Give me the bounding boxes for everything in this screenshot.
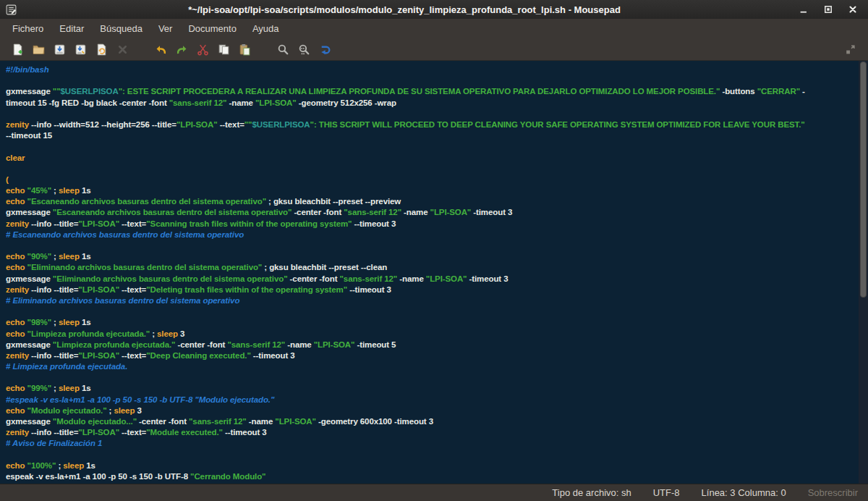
find-replace-icon[interactable] <box>294 40 315 59</box>
toolbar-separator <box>255 49 273 50</box>
code-line: zenity --info --title="LPI-SOA" --text="… <box>6 427 859 438</box>
menu-documento[interactable]: Documento <box>180 20 244 37</box>
code-line: echo "Limpieza profunda ejecutada." ; sl… <box>6 329 859 340</box>
statusbar: Tipo de archivo: sh UTF-8 Línea: 3 Colum… <box>0 484 868 501</box>
code-line <box>6 75 859 86</box>
menu-busqueda[interactable]: Búsqueda <box>92 20 150 37</box>
code-line: gxmessage "Eliminando archivos basuras d… <box>6 274 859 285</box>
code-line: # Aviso de Finalización 1 <box>6 438 859 449</box>
close-document-icon <box>112 40 133 59</box>
code-area[interactable]: #!/bin/bash gxmessage ""$USERLPISOA": ES… <box>0 61 859 484</box>
code-line <box>6 450 859 460</box>
code-line: # Escaneando archivos basuras dentro del… <box>6 230 859 240</box>
jump-to-icon[interactable] <box>315 40 336 59</box>
code-line <box>6 372 859 383</box>
toolbar-buttons <box>7 40 336 59</box>
new-document-icon[interactable] <box>7 40 28 59</box>
code-line: zenity --info --title="LPI-SOA" --text="… <box>6 219 859 230</box>
menu-fichero[interactable]: Fichero <box>4 20 51 37</box>
code-line: --timeout 15 <box>6 130 859 141</box>
save-as-icon[interactable] <box>70 40 91 59</box>
code-line: echo "Escaneando archivos basuras dentro… <box>6 196 859 207</box>
titlebar[interactable]: *~/lpi-soa/opt/lpi-soa/scripts/modulos/m… <box>0 0 868 19</box>
undo-icon[interactable] <box>150 40 171 59</box>
code-line: espeak -v es-la+m1 -a 100 -p 50 -s 150 -… <box>6 471 859 482</box>
maximize-icon[interactable] <box>816 0 841 19</box>
toolbar <box>0 38 868 61</box>
fullscreen-icon[interactable] <box>840 40 861 59</box>
open-file-icon[interactable] <box>28 40 49 59</box>
menubar: FicheroEditarBúsquedaVerDocumentoAyuda <box>0 19 868 38</box>
code-line: #!/bin/bash <box>6 64 859 75</box>
status-filetype: Tipo de archivo: sh <box>552 487 631 498</box>
code-line: clear <box>6 153 859 164</box>
code-line: echo "45%" ; sleep 1s <box>6 185 859 196</box>
code-line: gxmessage "Limpieza profunda ejecutada."… <box>6 340 859 350</box>
code-line: echo "Eliminando archivos basuras dentro… <box>6 262 859 273</box>
code-line <box>6 306 859 317</box>
redo-icon[interactable] <box>171 40 192 59</box>
code-line: gxmessage "Escaneando archivos basuras d… <box>6 207 859 218</box>
find-icon[interactable] <box>273 40 294 59</box>
scrollbar-thumb[interactable] <box>860 62 867 298</box>
mousepad-window: *~/lpi-soa/opt/lpi-soa/scripts/modulos/m… <box>0 0 868 501</box>
toolbar-separator <box>133 49 150 50</box>
code-line: timeout 15 -fg RED -bg black -center -fo… <box>6 98 859 109</box>
code-line: echo "99%" ; sleep 1s <box>6 383 859 394</box>
code-line: zenity --info --title="LPI-SOA" --text="… <box>6 285 859 295</box>
code-line <box>6 109 859 119</box>
code-line: # Eliminando archivos basuras dentro del… <box>6 295 859 306</box>
paste-icon[interactable] <box>234 40 255 59</box>
code-line: zenity --info --width=512 --height=256 -… <box>6 119 859 130</box>
code-line <box>6 141 859 152</box>
code-line: echo "90%" ; sleep 1s <box>6 251 859 262</box>
code-line: echo "98%" ; sleep 1s <box>6 317 859 328</box>
save-icon[interactable] <box>49 40 70 59</box>
status-cursor-position: Línea: 3 Columna: 0 <box>702 487 786 498</box>
code-line: # Limpieza profunda ejecutada. <box>6 361 859 372</box>
code-line: echo "Modulo ejecutado." ; sleep 3 <box>6 405 859 416</box>
status-overwrite-mode: Sobrescribir <box>808 487 858 498</box>
code-line: echo "100%" ; sleep 1s <box>6 460 859 471</box>
cut-icon[interactable] <box>192 40 213 59</box>
copy-icon[interactable] <box>213 40 234 59</box>
code-line: ( <box>6 174 859 185</box>
code-line <box>6 240 859 251</box>
vertical-scrollbar[interactable] <box>859 61 868 484</box>
window-controls <box>791 0 865 19</box>
close-icon[interactable] <box>841 0 865 19</box>
editor[interactable]: #!/bin/bash gxmessage ""$USERLPISOA": ES… <box>0 61 868 484</box>
status-encoding: UTF-8 <box>653 487 680 498</box>
code-line: gxmessage ""$USERLPISOA": ESTE SCRIPT PR… <box>6 86 859 97</box>
code-line: zenity --info --title="LPI-SOA" --text="… <box>6 350 859 361</box>
code-line <box>6 164 859 174</box>
code-line: #espeak -v es-la+m1 -a 100 -p 50 -s 150 … <box>6 395 859 405</box>
menu-editar[interactable]: Editar <box>51 20 92 37</box>
revert-icon[interactable] <box>91 40 112 59</box>
minimize-icon[interactable] <box>791 0 816 19</box>
code-line: gxmessage "Modulo ejecutado..." -center … <box>6 416 859 427</box>
menu-ayuda[interactable]: Ayuda <box>244 20 287 37</box>
window-title: *~/lpi-soa/opt/lpi-soa/scripts/modulos/m… <box>17 4 791 15</box>
menu-ver[interactable]: Ver <box>150 20 181 37</box>
mousepad-app-icon <box>5 4 17 16</box>
